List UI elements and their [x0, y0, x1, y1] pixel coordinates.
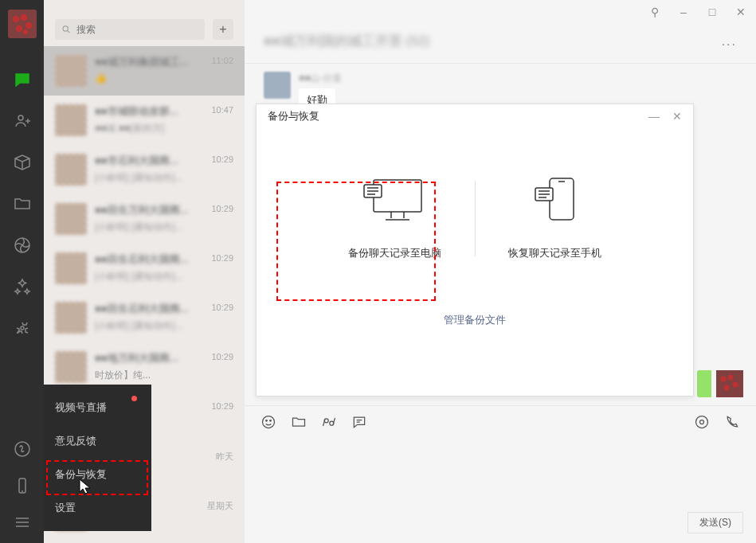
search-input[interactable] [76, 24, 199, 35]
svg-point-16 [724, 385, 730, 391]
video-call-icon[interactable] [694, 414, 710, 432]
modal-title: 备份与恢复 [268, 109, 319, 123]
modal-minimize-icon[interactable]: — [645, 110, 663, 123]
chat-item-time: 10:29 [211, 154, 233, 164]
svg-point-3 [25, 22, 32, 29]
favorites-icon[interactable] [13, 153, 32, 172]
chat-thumb [55, 104, 87, 136]
left-nav [0, 0, 44, 543]
modal-header: 备份与恢复 — ✕ [257, 104, 693, 128]
my-bubble-peek [697, 370, 711, 397]
chat-thumb [55, 154, 87, 186]
voice-call-icon[interactable] [724, 414, 740, 432]
monitor-icon [359, 176, 431, 224]
message-avatar[interactable] [264, 72, 291, 99]
chat-item[interactable]: ■■城万利集团城工...👍11:02 [44, 46, 245, 96]
chat-item[interactable]: ■■田生石利大国商...[小标明] [通知动作]...10:29 [44, 244, 245, 293]
chat-item-time: 10:29 [211, 204, 233, 213]
phone-restore-icon [527, 176, 583, 224]
maximize-icon[interactable]: □ [702, 3, 723, 21]
chat-item-time: 星期天 [207, 500, 233, 512]
chat-item[interactable]: ■■田生万利大国商...[小标明] [通知动作]...10:29 [44, 194, 245, 244]
chat-item-time: 10:29 [211, 401, 233, 411]
svg-point-5 [23, 29, 28, 34]
avatar[interactable] [8, 10, 37, 38]
svg-point-11 [63, 26, 68, 31]
restore-to-phone-label: 恢复聊天记录至手机 [508, 246, 601, 260]
chat-item[interactable]: ■■市城联动发群...■■城 ■■[新的方]10:47 [44, 96, 245, 145]
restore-to-phone-option[interactable]: 恢复聊天记录至手机 [476, 176, 635, 260]
moments-icon[interactable] [13, 236, 32, 255]
chat-item-time: 10:47 [211, 105, 233, 115]
chat-item-subtitle: [小标明] [通知动作]... [95, 319, 233, 333]
svg-point-14 [728, 375, 734, 381]
app-root: + ■■城万利集团城工...👍11:02■■市城联动发群...■■城 ■■[新的… [0, 0, 756, 543]
chat-item-time: 11:02 [211, 56, 233, 65]
search-input-wrap[interactable] [55, 19, 205, 40]
star-icon[interactable] [13, 318, 32, 338]
input-toolbar [245, 414, 756, 432]
close-icon[interactable]: ✕ [731, 3, 751, 21]
add-button[interactable]: + [213, 19, 233, 40]
backup-to-pc-option[interactable]: 备份聊天记录至电脑 [315, 176, 475, 260]
input-area: 发送(S) [245, 405, 756, 543]
backup-restore-modal: 备份与恢复 — ✕ 备份聊天记录至电脑 [256, 104, 694, 397]
contacts-icon[interactable] [13, 111, 32, 131]
search-icon [61, 24, 72, 35]
phone-icon[interactable] [13, 476, 32, 495]
menu-item-feedback[interactable]: 意见反馈 [44, 424, 151, 458]
chat-item-subtitle: [小标明] [通知动作]... [95, 270, 233, 283]
chat-item-subtitle: 时放价】纯... [95, 369, 233, 382]
svg-rect-12 [716, 370, 743, 397]
chat-thumb [55, 203, 87, 235]
svg-point-2 [21, 14, 27, 21]
miniapp-icon[interactable] [13, 439, 32, 459]
more-menu: 视频号直播 意见反馈 备份与恢复 设置 [44, 385, 151, 531]
svg-point-4 [16, 25, 22, 32]
backup-to-pc-label: 备份聊天记录至电脑 [348, 246, 441, 260]
svg-point-19 [270, 420, 272, 422]
chat-thumb [55, 55, 87, 87]
svg-point-8 [21, 326, 24, 330]
svg-point-15 [733, 382, 738, 388]
svg-point-17 [263, 416, 275, 428]
svg-point-18 [266, 420, 268, 422]
manage-backup-link[interactable]: 管理备份文件 [444, 314, 506, 326]
chat-item-time: 10:29 [211, 352, 233, 361]
my-avatar-peek[interactable] [716, 370, 743, 397]
more-icon[interactable]: ... [722, 34, 737, 49]
chat-item-subtitle: 👍 [95, 72, 233, 84]
menu-item-channels-live[interactable]: 视频号直播 [44, 391, 151, 424]
titlebar: ⚲ – □ ✕ [245, 0, 756, 24]
svg-point-1 [13, 16, 19, 22]
chat-item-subtitle: ■■城 ■■[新的方] [95, 122, 233, 135]
svg-point-23 [700, 420, 704, 424]
message-sender: ■■山-分道 [299, 72, 343, 85]
pin-icon[interactable]: ⚲ [644, 3, 665, 21]
minimize-icon[interactable]: – [673, 3, 694, 21]
look-icon[interactable] [13, 277, 32, 296]
modal-close-icon[interactable]: ✕ [669, 110, 685, 123]
emoji-icon[interactable] [260, 414, 276, 432]
chat-title: ■■城万利国的城工开里 (52) [264, 32, 430, 50]
badge-dot [131, 396, 137, 401]
svg-rect-0 [8, 10, 37, 38]
menu-icon[interactable] [13, 513, 32, 532]
menu-item-settings[interactable]: 设置 [44, 491, 151, 525]
svg-point-22 [696, 416, 708, 428]
chat-item-time: 10:29 [211, 303, 233, 312]
folder-icon[interactable] [291, 414, 307, 432]
cursor-icon [78, 478, 92, 499]
chat-item-time: 昨天 [216, 451, 233, 463]
chat-item[interactable]: ■■田生石利大国商...[小标明] [通知动作]...10:29 [44, 293, 245, 342]
history-icon[interactable] [351, 414, 367, 432]
chat-item-time: 10:29 [211, 253, 233, 263]
chat-icon[interactable] [13, 70, 32, 89]
svg-point-6 [18, 115, 23, 120]
files-icon[interactable] [13, 194, 32, 213]
chat-item[interactable]: ■■市石利大国商...[小标明] [通知动作]...10:29 [44, 145, 245, 194]
chat-thumb [55, 252, 87, 284]
screenshot-icon[interactable] [321, 414, 337, 432]
send-button[interactable]: 发送(S) [687, 512, 743, 533]
menu-item-backup-restore[interactable]: 备份与恢复 [44, 458, 151, 491]
